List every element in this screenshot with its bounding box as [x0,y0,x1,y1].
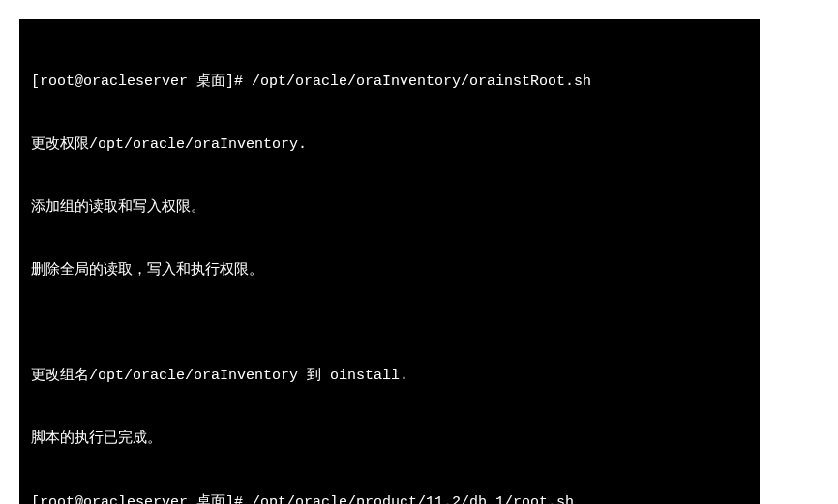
terminal-line: 添加组的读取和写入权限。 [31,197,748,219]
terminal-line: 更改组名/opt/oracle/oraInventory 到 oinstall. [31,366,748,387]
terminal-line: [root@oracleserver 桌面]# /opt/oracle/prod… [31,492,748,505]
terminal-line: [root@oracleserver 桌面]# /opt/oracle/oraI… [31,72,748,93]
terminal-line: 脚本的执行已完成。 [31,429,748,450]
terminal-line: 更改权限/opt/oracle/oraInventory. [31,134,748,156]
terminal-window[interactable]: [root@oracleserver 桌面]# /opt/oracle/oraI… [19,19,760,504]
terminal-line: 删除全局的读取，写入和执行权限。 [31,260,748,282]
